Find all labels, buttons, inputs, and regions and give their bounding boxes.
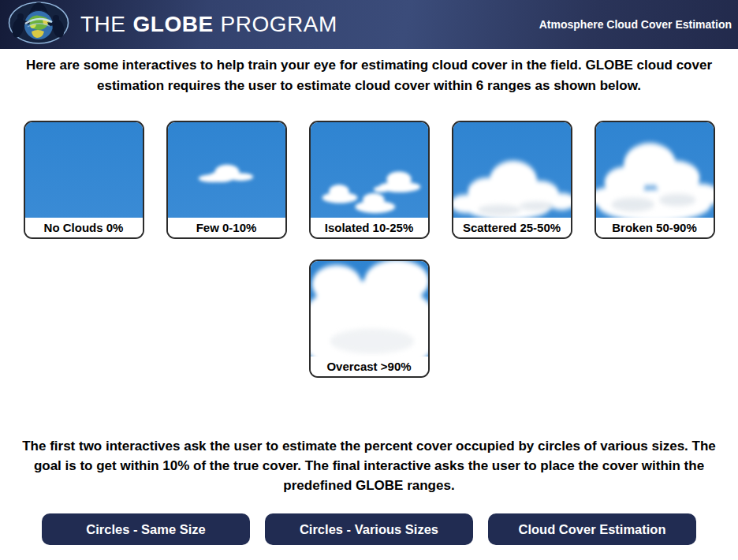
circles-various-sizes-button[interactable]: Circles - Various Sizes [265,513,473,545]
tile-no-clouds: No Clouds 0% [24,121,144,239]
tile-few: Few 0-10% [166,121,287,239]
page-title: Atmosphere Cloud Cover Estimation [539,18,732,31]
tile-label: Overcast >90% [311,357,428,376]
tile-overcast: Overcast >90% [309,259,430,378]
header-bar: THE GLOBE PROGRAM Atmosphere Cloud Cover… [0,0,738,49]
tile-label: No Clouds 0% [25,218,143,237]
brand-globe: GLOBE [133,12,214,37]
sky-overcast-clouds-image [311,261,428,357]
globe-program-logo-icon [8,2,69,47]
sky-scattered-clouds-image [453,122,571,218]
tile-broken: Broken 50-90% [594,121,715,239]
description-paragraph: The first two interactives ask the user … [14,436,724,495]
cloud-cover-estimation-button[interactable]: Cloud Cover Estimation [488,513,696,545]
tile-isolated: Isolated 10-25% [309,121,430,239]
brand-wordmark: THE GLOBE PROGRAM [80,12,337,37]
brand-program: PROGRAM [221,12,337,37]
sky-few-clouds-image [168,122,285,218]
tile-label: Scattered 25-50% [453,218,571,237]
tile-label: Isolated 10-25% [311,218,428,237]
sky-broken-clouds-image [596,122,714,218]
tile-scattered: Scattered 25-50% [452,121,572,239]
circles-same-size-button[interactable]: Circles - Same Size [42,513,250,545]
cloud-cover-tiles-grid: No Clouds 0% Few 0-10% [0,121,738,378]
sky-isolated-clouds-image [311,122,428,218]
brand-the: THE [80,12,126,37]
interactive-buttons-row: Circles - Same Size Circles - Various Si… [0,513,738,545]
intro-paragraph: Here are some interactives to help train… [19,55,719,96]
tile-label: Broken 50-90% [596,218,714,237]
tile-label: Few 0-10% [168,218,285,237]
sky-no-clouds-image [25,122,143,218]
